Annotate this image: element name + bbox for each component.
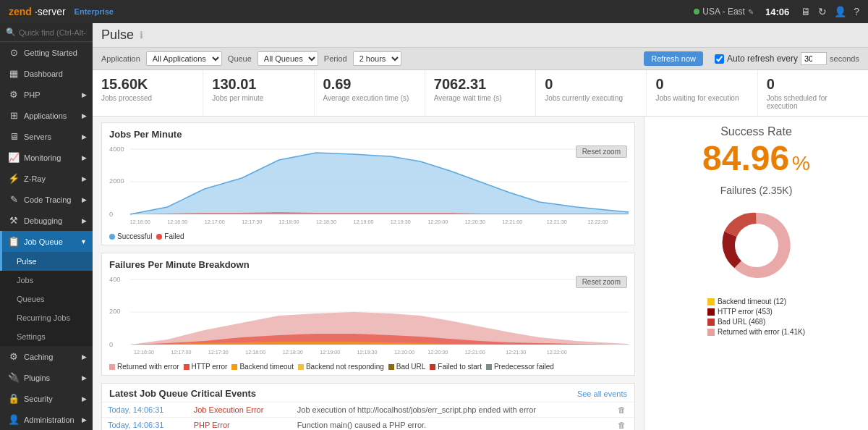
charts-left: Jobs Per Minute Reset zoom 4000 2000 0: [93, 117, 644, 430]
svg-text:12:17:00: 12:17:00: [205, 219, 225, 225]
svg-text:2000: 2000: [109, 177, 124, 185]
sidebar-item-recurring-jobs[interactable]: Recurring Jobs: [0, 308, 93, 327]
svg-text:12:19:00: 12:19:00: [320, 350, 340, 355]
stat-avg-wait-time: 7062.31 Average wait time (s): [425, 70, 536, 116]
success-rate-display: 84.96 %: [702, 141, 810, 176]
monitor-icon[interactable]: 🖥: [801, 6, 811, 17]
failure-legend-backend-timeout: Backend timeout (12): [707, 298, 805, 305]
sidebar-item-queues[interactable]: Queues: [0, 290, 93, 308]
sidebar-item-label: Plugins: [24, 374, 50, 382]
sidebar-item-label: Recurring Jobs: [17, 313, 70, 322]
charts-area: Jobs Per Minute Reset zoom 4000 2000 0: [93, 117, 868, 430]
legend-successful: Successful: [109, 232, 152, 240]
sidebar-item-label: Pulse: [17, 257, 37, 266]
sidebar-item-job-queue[interactable]: 📋 Job Queue ▼: [0, 231, 93, 252]
event-delete-button[interactable]: 🗑: [610, 418, 634, 431]
legend-label: Backend timeout: [239, 363, 294, 371]
svg-text:0: 0: [109, 341, 113, 348]
sidebar-item-label: Z-Ray: [24, 174, 46, 183]
svg-text:0: 0: [109, 211, 113, 218]
seconds-label: seconds: [830, 54, 859, 63]
sidebar-item-label: Jobs: [17, 276, 33, 284]
failures-per-minute-chart: Reset zoom 400 200 0: [102, 273, 634, 360]
reset-zoom-button-jobs[interactable]: Reset zoom: [576, 146, 627, 158]
svg-text:200: 200: [109, 308, 120, 315]
caching-icon: ⚙: [8, 351, 20, 362]
legend-http-error: HTTP error: [184, 363, 228, 371]
sidebar-item-php[interactable]: ⚙ PHP ▶: [0, 84, 93, 105]
event-time: Today, 14:06:31: [102, 418, 188, 431]
sidebar-item-label: Servers: [24, 132, 51, 141]
legend-label: Successful: [117, 232, 152, 240]
event-delete-button[interactable]: 🗑: [610, 402, 634, 418]
sidebar-sub-menu: Pulse Jobs Queues Recurring Jobs Setting…: [0, 252, 93, 346]
sidebar-item-applications[interactable]: ⊞ Applications ▶: [0, 105, 93, 126]
sidebar-item-label: Job Queue: [24, 237, 63, 246]
stat-label: Jobs scheduled for execution: [767, 94, 859, 110]
sidebar-item-servers[interactable]: 🖥 Servers ▶: [0, 126, 93, 147]
failure-legend-label: Backend timeout (12): [718, 298, 786, 305]
sidebar-item-debugging[interactable]: ⚒ Debugging ▶: [0, 210, 93, 231]
sidebar-item-jobs[interactable]: Jobs: [0, 271, 93, 290]
user-icon[interactable]: 👤: [834, 6, 846, 17]
legend-label: Backend not responding: [306, 363, 384, 371]
sidebar-item-caching[interactable]: ⚙ Caching ▶: [0, 346, 93, 367]
http-error-legend-dot: [184, 364, 190, 370]
see-all-events-link[interactable]: See all events: [577, 389, 627, 398]
sidebar-item-getting-started[interactable]: ⊙ Getting Started: [0, 42, 93, 63]
legend-backend-timeout: Backend timeout: [231, 363, 294, 371]
auto-refresh-interval-input[interactable]: [801, 52, 827, 65]
bad-url-dot: [707, 319, 715, 326]
failure-legend-bad-url: Bad URL (468): [707, 318, 805, 326]
sidebar-item-security[interactable]: 🔒 Security ▶: [0, 388, 93, 409]
svg-text:12:22:00: 12:22:00: [587, 219, 608, 225]
sidebar-item-monitoring[interactable]: 📈 Monitoring ▶: [0, 147, 93, 168]
sidebar-item-label: Applications: [24, 111, 67, 120]
stat-avg-exec-time: 0.69 Average execution time (s): [315, 70, 425, 116]
returned-error-dot: [707, 329, 715, 336]
sidebar-item-settings[interactable]: Settings: [0, 327, 93, 346]
table-row: Today, 14:06:31 PHP Error Function main(…: [102, 418, 634, 431]
monitoring-icon: 📈: [8, 152, 20, 163]
queue-select[interactable]: All Queues: [258, 51, 318, 66]
legend-label: Predecessor failed: [494, 363, 554, 371]
svg-text:400: 400: [109, 276, 120, 283]
event-desc: Function main() caused a PHP error.: [292, 418, 610, 431]
sidebar-item-dashboard[interactable]: ▦ Dashboard: [0, 63, 93, 84]
auto-refresh-checkbox[interactable]: [715, 54, 724, 64]
application-select[interactable]: All Applications: [146, 51, 222, 66]
status-dot: [694, 9, 699, 14]
edit-location-icon[interactable]: ✎: [748, 8, 754, 16]
failure-legend: Backend timeout (12) HTTP error (453) Ba…: [707, 298, 805, 338]
sidebar-search[interactable]: 🔍: [0, 23, 93, 42]
refresh-icon[interactable]: ↻: [818, 6, 827, 17]
sidebar-item-administration[interactable]: 👤 Administration ▶: [0, 409, 93, 430]
help-icon[interactable]: ?: [854, 6, 859, 17]
reset-zoom-button-failures[interactable]: Reset zoom: [576, 276, 627, 288]
svg-text:12:21:30: 12:21:30: [506, 350, 526, 355]
legend-label: Bad URL: [396, 363, 426, 371]
stat-value: 7062.31: [434, 76, 527, 93]
stat-value: 0: [655, 76, 748, 93]
svg-text:12:18:30: 12:18:30: [316, 219, 336, 225]
toolbar: Application All Applications Queue All Q…: [93, 48, 868, 70]
refresh-now-button[interactable]: Refresh now: [644, 51, 703, 66]
info-icon[interactable]: ℹ: [140, 30, 143, 41]
svg-text:12:20:00: 12:20:00: [394, 350, 414, 355]
chevron-down-icon: ▼: [80, 238, 87, 245]
period-select[interactable]: 2 hours: [353, 51, 401, 66]
sidebar-item-plugins[interactable]: 🔌 Plugins ▶: [0, 367, 93, 388]
event-time: Today, 14:06:31: [102, 402, 188, 418]
search-input[interactable]: [19, 28, 87, 37]
stat-label: Average wait time (s): [434, 94, 527, 102]
location-label: USA - East: [702, 7, 745, 17]
zray-icon: ⚡: [8, 173, 20, 184]
svg-marker-6: [130, 153, 629, 214]
svg-text:12:17:30: 12:17:30: [242, 219, 262, 225]
svg-text:12:19:30: 12:19:30: [357, 350, 378, 355]
sidebar-item-pulse[interactable]: Pulse: [0, 252, 93, 271]
sidebar-item-zray[interactable]: ⚡ Z-Ray ▶: [0, 168, 93, 189]
charts-right: Success Rate 84.96 % Failures (2.35K): [644, 117, 868, 430]
servers-icon: 🖥: [8, 131, 20, 142]
sidebar-item-code-tracing[interactable]: ✎ Code Tracing ▶: [0, 189, 93, 210]
